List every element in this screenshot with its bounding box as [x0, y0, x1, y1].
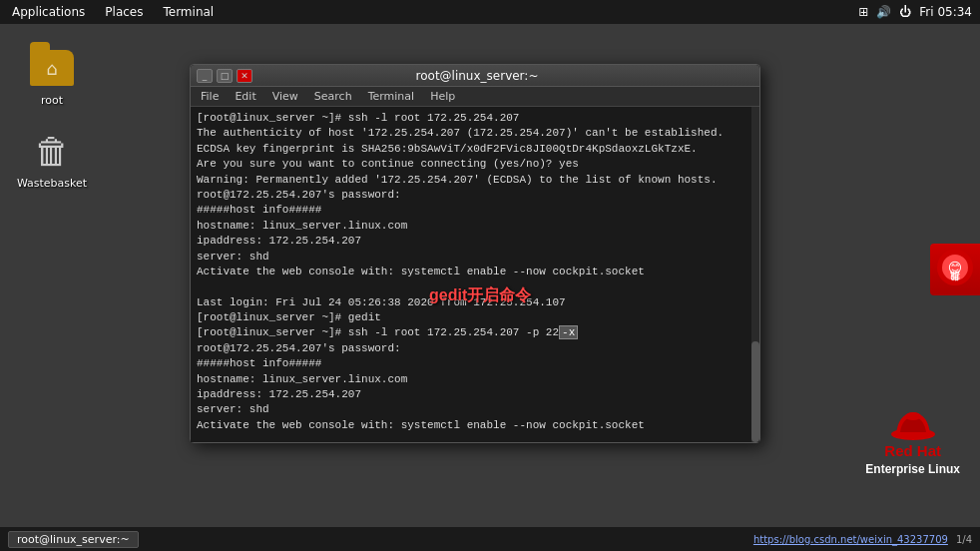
terminal-line [197, 433, 753, 442]
terminal-scrollbar[interactable] [751, 107, 759, 442]
trash-image: 🗑 [28, 127, 76, 175]
places-menu[interactable]: Places [101, 3, 147, 21]
redhat-text: Red Hat Enterprise Linux [865, 442, 960, 477]
terminal-content[interactable]: [root@linux_server ~]# ssh -l root 172.2… [191, 107, 759, 442]
terminal-line: ipaddress: 172.25.254.207 [197, 387, 753, 402]
terminal-line: ipaddress: 172.25.254.207 [197, 234, 753, 249]
terminal-line: Warning: Permanently added '172.25.254.2… [197, 173, 753, 188]
terminal-line: The authenticity of host '172.25.254.207… [197, 126, 753, 141]
volume-icon: 🔊 [876, 5, 891, 19]
terminal-titlebar: _ □ ✕ root@linux_server:~ [191, 65, 759, 87]
terminal-line: [root@linux_server ~]# ssh -l root 172.2… [197, 325, 753, 340]
network-icon: ⊞ [858, 5, 868, 19]
terminal-menubar: File Edit View Search Terminal Help [191, 87, 759, 107]
trash-icon: 🗑 [34, 131, 70, 172]
menu-file[interactable]: File [195, 89, 225, 104]
close-button[interactable]: ✕ [237, 69, 252, 83]
bottom-url[interactable]: https://blog.csdn.net/weixin_43237709 [753, 534, 948, 545]
gedit-annotation: gedit开启命令 [429, 285, 531, 306]
terminal-line: hostname: linux_server.linux.com [197, 219, 753, 234]
bottom-taskbar: root@linux_server:~ https://blog.csdn.ne… [0, 527, 980, 551]
widget-icon-svg: 😊 [941, 254, 969, 281]
wastebasket-icon[interactable]: 🗑 Wastebasket [20, 127, 84, 190]
terminal-line: Activate the web console with: systemctl… [197, 265, 753, 279]
minimize-button[interactable]: _ [197, 69, 213, 83]
terminal-line: [root@linux_server ~]# gedit [197, 310, 753, 325]
redhat-hat-svg [888, 406, 938, 442]
terminal-line: [root@linux_server ~]# ssh -l root 172.2… [197, 111, 753, 126]
side-widget-icon: 😊 [937, 250, 973, 285]
terminal-menu[interactable]: Terminal [159, 3, 218, 21]
svg-point-1 [905, 412, 921, 420]
terminal-window: _ □ ✕ root@linux_server:~ File Edit View… [190, 64, 760, 443]
desktop: ⌂ root 🗑 Wastebasket _ □ ✕ root@linux_se… [0, 24, 980, 527]
terminal-line: hostname: linux_server.linux.com [197, 372, 753, 387]
taskbar-right: ⊞ 🔊 ⏻ Fri 05:34 [858, 5, 972, 19]
house-icon: ⌂ [46, 58, 57, 79]
root-folder-icon[interactable]: ⌂ root [20, 44, 84, 107]
terminal-line: root@172.25.254.207's password: [197, 341, 753, 356]
terminal-line: server: shd [197, 250, 753, 265]
maximize-button[interactable]: □ [217, 69, 233, 83]
clock: Fri 05:34 [919, 5, 972, 19]
page-indicator: 1/4 [956, 534, 972, 545]
terminal-window-controls: _ □ ✕ [197, 69, 252, 83]
terminal-line: server: shd [197, 402, 753, 417]
top-taskbar: Applications Places Terminal ⊞ 🔊 ⏻ Fri 0… [0, 0, 980, 24]
menu-terminal[interactable]: Terminal [362, 89, 421, 104]
terminal-line: Activate the web console with: systemctl… [197, 418, 753, 433]
root-folder-image: ⌂ [28, 44, 76, 92]
terminal-line: root@172.25.254.207's password: [197, 188, 753, 203]
menu-help[interactable]: Help [424, 89, 461, 104]
terminal-line: #####host info##### [197, 203, 753, 218]
svg-text:😊: 😊 [948, 260, 963, 276]
menu-edit[interactable]: Edit [229, 89, 261, 104]
redhat-logo: Red Hat Enterprise Linux [865, 406, 960, 477]
redhat-line1: Red Hat [884, 442, 941, 459]
folder-shape: ⌂ [30, 50, 74, 86]
menu-search[interactable]: Search [308, 89, 358, 104]
bottom-task-terminal[interactable]: root@linux_server:~ [8, 531, 139, 548]
terminal-title: root@linux_server:~ [252, 69, 702, 83]
terminal-line: Are you sure you want to continue connec… [197, 157, 753, 172]
applications-menu[interactable]: Applications [8, 3, 89, 21]
terminal-scrollbar-thumb[interactable] [751, 341, 759, 442]
redhat-line2: Enterprise Linux [865, 462, 960, 476]
terminal-line: ECDSA key fingerprint is SHA256:9bSAwViT… [197, 142, 753, 157]
side-widget[interactable]: 😊 点我加 [930, 244, 980, 295]
power-icon: ⏻ [899, 5, 911, 19]
root-folder-label: root [41, 94, 63, 107]
wastebasket-label: Wastebasket [17, 177, 87, 190]
taskbar-left: Applications Places Terminal [8, 3, 218, 21]
terminal-line: #####host info##### [197, 356, 753, 371]
highlight-box: -x [559, 325, 578, 339]
menu-view[interactable]: View [266, 89, 304, 104]
